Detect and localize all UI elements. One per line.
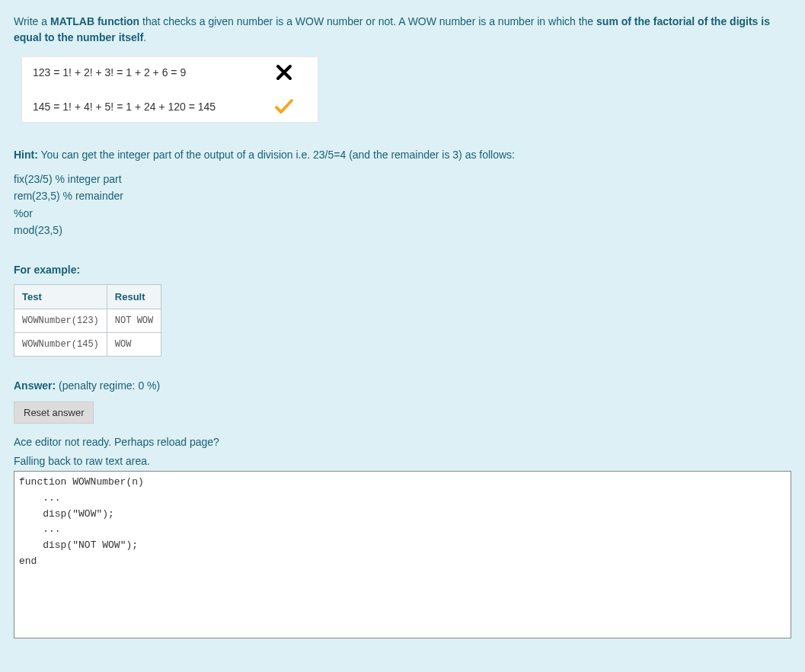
answer-heading: Answer: (penalty regime: 0 %): [14, 378, 791, 394]
answer-label: Answer:: [14, 379, 56, 392]
table-cell-result: NOT WOW: [107, 309, 161, 333]
hint-text: You can get the integer part of the outp…: [38, 149, 515, 161]
hint-line4: mod(23,5): [14, 222, 791, 238]
example-illustration: 123 = 1! + 2! + 3! = 1 + 2 + 6 = 9 145 =…: [21, 56, 318, 123]
table-cell-test: WOWNumber(123): [14, 309, 107, 333]
problem-statement: Write a MATLAB function that checks a gi…: [14, 14, 791, 46]
hint-label: Hint:: [14, 149, 38, 161]
hint-line2: rem(23,5) % remainder: [14, 187, 791, 204]
table-row: WOWNumber(123) NOT WOW: [14, 309, 161, 333]
equation-2: 145 = 1! + 4! + 5! = 1 + 24 + 120 = 145: [33, 99, 261, 115]
example-row-1: 123 = 1! + 2! + 3! = 1 + 2 + 6 = 9: [22, 57, 318, 88]
table-cell-result: WOW: [107, 333, 161, 357]
ace-error-msg2: Falling back to raw text area.: [14, 453, 791, 469]
hint-block: Hint: You can get the integer part of th…: [14, 147, 791, 163]
table-header-result: Result: [107, 284, 161, 309]
table-row: WOWNumber(145) WOW: [14, 333, 161, 357]
problem-suffix: .: [143, 31, 146, 43]
equation-1: 123 = 1! + 2! + 3! = 1 + 2 + 6 = 9: [33, 65, 261, 81]
cross-icon: [261, 63, 307, 82]
problem-mid: that checks a given number is a WOW numb…: [139, 15, 596, 27]
for-example-heading: For example:: [14, 262, 791, 278]
hint-line3: %or: [14, 205, 791, 222]
table-header-test: Test: [14, 284, 107, 309]
code-textarea[interactable]: [14, 471, 791, 638]
hint-code: fix(23/5) % integer part rem(23,5) % rem…: [14, 171, 791, 239]
example-row-2: 145 = 1! + 4! + 5! = 1 + 24 + 120 = 145: [22, 91, 318, 122]
check-icon: [261, 98, 307, 116]
test-table: Test Result WOWNumber(123) NOT WOW WOWNu…: [14, 284, 161, 357]
answer-penalty: (penalty regime: 0 %): [56, 379, 160, 392]
reset-answer-button[interactable]: Reset answer: [14, 402, 94, 424]
hint-line1: fix(23/5) % integer part: [14, 171, 791, 187]
table-cell-test: WOWNumber(145): [14, 333, 107, 357]
problem-bold1: MATLAB function: [50, 15, 139, 27]
ace-error-msg1: Ace editor not ready. Perhaps reload pag…: [14, 434, 791, 450]
problem-prefix: Write a: [14, 15, 50, 27]
